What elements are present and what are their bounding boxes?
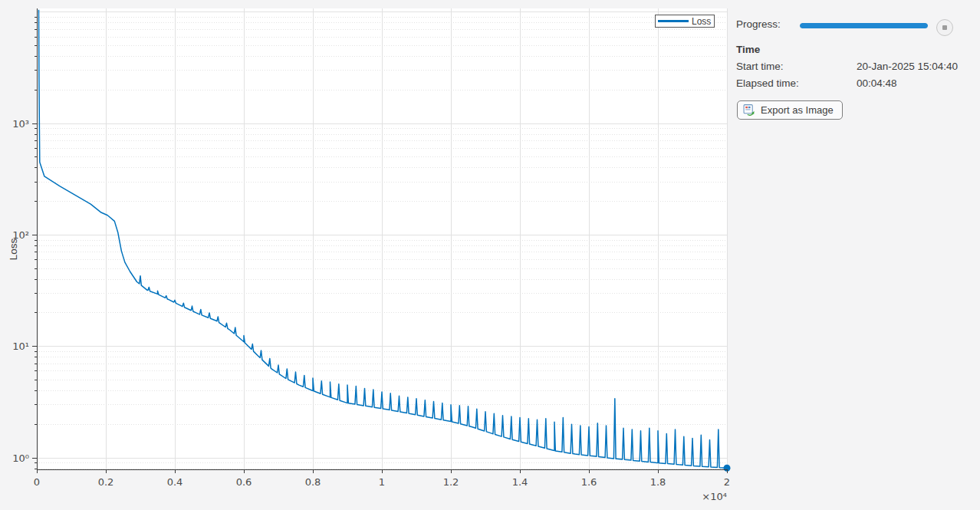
progress-bar [800, 23, 928, 28]
start-time-value: 20-Jan-2025 15:04:40 [857, 61, 958, 72]
x-tick-label: 1 [379, 476, 385, 488]
training-progress-window: 00.20.40.60.811.21.41.61.82×10⁴10⁰10¹10²… [0, 0, 980, 510]
stop-button[interactable] [936, 19, 953, 36]
y-axis-label: Loss [8, 239, 19, 261]
x-tick-label: 0.8 [305, 476, 321, 488]
y-tick-label: 10³ [12, 118, 29, 130]
x-tick-label: 2 [724, 476, 730, 488]
x-tick-label: 1.2 [443, 476, 459, 488]
progress-label: Progress: [736, 18, 781, 30]
export-image-icon [743, 104, 756, 117]
x-tick-label: 1.6 [581, 476, 597, 488]
y-tick-label: 10¹ [12, 341, 29, 352]
x-tick-label: 0.4 [167, 476, 183, 488]
x-tick-label: 0 [34, 476, 40, 488]
start-time-label: Start time: [736, 61, 784, 72]
progress-bar-fill [800, 23, 928, 28]
legend-label: Loss [692, 16, 711, 27]
x-tick-label: 0.6 [236, 476, 252, 488]
x-tick-label: 0.2 [98, 476, 114, 488]
legend-item: Loss [658, 16, 711, 27]
export-as-image-button[interactable]: Export as Image [737, 100, 843, 120]
legend-line-sample [658, 20, 689, 22]
loss-chart-svg: 00.20.40.60.811.21.41.61.82×10⁴10⁰10¹10²… [0, 0, 735, 510]
elapsed-time-value: 00:04:48 [857, 77, 897, 89]
x-axis-exponent: ×10⁴ [702, 491, 727, 502]
x-tick-label: 1.8 [650, 476, 666, 488]
x-tick-label: 1.4 [512, 476, 528, 488]
elapsed-time-label: Elapsed time: [736, 77, 799, 89]
loss-chart: 00.20.40.60.811.21.41.61.82×10⁴10⁰10¹10²… [0, 0, 735, 510]
time-section-heading: Time [736, 44, 760, 55]
legend: Loss [655, 15, 715, 28]
stop-icon [942, 25, 947, 30]
y-tick-label: 10⁰ [12, 452, 29, 464]
export-button-label: Export as Image [761, 104, 834, 116]
training-info-panel: Progress: Time Start time: 20-Jan-2025 1… [736, 0, 980, 510]
